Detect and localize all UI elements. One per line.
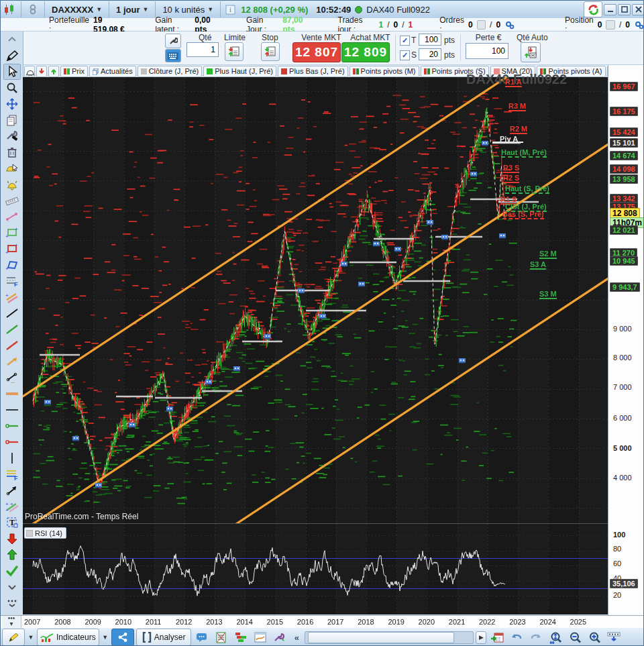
scroll-down-tool[interactable] (3, 579, 21, 595)
indicator-chip-1[interactable]: Actualités (89, 66, 136, 77)
line-black-tool[interactable] (3, 305, 21, 321)
segment-pink-tool[interactable]: ... (3, 209, 21, 225)
close-button[interactable] (632, 4, 644, 15)
hline-black-tool[interactable] (3, 402, 21, 418)
order-settings-button[interactable] (165, 34, 181, 48)
hline-red-tool[interactable] (3, 434, 21, 450)
indicator-chip-5[interactable]: Points pivots (M) (350, 66, 419, 77)
trash-tool[interactable] (3, 144, 21, 160)
rect-green-tool[interactable]: ++ (3, 225, 21, 241)
auto-qty-button[interactable] (521, 42, 541, 62)
fib-lines-tool[interactable]: F (3, 273, 21, 289)
line-green-tool[interactable] (3, 321, 21, 337)
target-input[interactable] (419, 34, 441, 46)
buy-market-button[interactable]: 12 809 (341, 42, 390, 62)
stop-order-button[interactable] (261, 42, 280, 61)
indicator-chip-2[interactable]: Clôture (J, Pré) (138, 66, 203, 77)
analyser-button[interactable]: Analyser (136, 629, 192, 646)
pencil-tool[interactable] (3, 48, 21, 64)
position-settings-icon[interactable] (634, 20, 644, 30)
price-scale[interactable]: 16 96716 17515 42415 10114 67414 09813 9… (608, 65, 644, 615)
fib-retracement-tool[interactable]: F (3, 466, 21, 482)
timeframe-selector[interactable]: 1 jour▼ (112, 5, 152, 15)
target-checkbox[interactable]: ✓ (400, 36, 410, 46)
orders-settings-icon[interactable] (504, 20, 515, 30)
indicators-button[interactable]: Indicateurs (37, 629, 99, 646)
zoom-range-icon[interactable] (547, 629, 564, 645)
comments-icon[interactable] (193, 629, 211, 645)
detach-panel-icon[interactable] (605, 629, 623, 645)
axis-options-button[interactable]: •••▾ (2, 616, 21, 628)
arrow-orange-tool[interactable] (3, 354, 21, 370)
arrow-up-green-tool[interactable] (3, 547, 21, 563)
collapse-left-icon[interactable]: « (290, 629, 303, 645)
tools-tool[interactable] (3, 128, 21, 144)
arrow-ne-tool[interactable] (3, 482, 21, 498)
vline-tool[interactable] (3, 450, 21, 466)
rsi-chart-canvas[interactable] (23, 524, 608, 614)
check-green-tool[interactable] (3, 563, 21, 579)
redo-icon[interactable] (527, 629, 545, 645)
sell-arrow-icon[interactable] (36, 66, 47, 77)
symbol-selector[interactable]: DAXXXXX▼ (48, 5, 106, 15)
indicators-menu-chevron[interactable]: ▼ (101, 629, 109, 645)
scrollbar-thumb[interactable] (308, 632, 454, 643)
goto-date-icon[interactable] (488, 629, 506, 645)
stoploss-input[interactable] (419, 48, 441, 60)
segment-dots-tool[interactable]: ... (3, 370, 21, 386)
undo-icon[interactable] (508, 629, 525, 645)
minimize-button[interactable] (604, 4, 616, 15)
zoom-out-icon[interactable] (566, 629, 584, 645)
rsi-indicator-chip[interactable]: RSI (14) (24, 527, 66, 539)
channel-plus-tool[interactable]: +++ (3, 498, 21, 515)
news-icon[interactable] (213, 629, 230, 645)
copy-tool[interactable] (3, 112, 21, 128)
maximize-button[interactable] (618, 4, 631, 15)
chart-window-icon[interactable] (252, 629, 269, 645)
more-tools-tool[interactable] (3, 595, 21, 611)
rect-red-tool[interactable]: ++ (3, 241, 21, 257)
candlestick-icon[interactable] (1, 1, 18, 17)
qty-input[interactable] (186, 42, 219, 57)
scroll-up-tool[interactable] (3, 32, 21, 48)
channel-diag-tool[interactable]: + (3, 289, 21, 305)
magnifier-tool[interactable] (3, 80, 21, 96)
max-loss-input[interactable] (466, 43, 508, 59)
pointer-tool[interactable] (3, 64, 21, 80)
draw-menu-chevron[interactable]: ▼ (27, 629, 35, 645)
horizontal-scrollbar[interactable] (305, 631, 474, 644)
indicator-chip-0[interactable]: Prix (60, 66, 88, 77)
backtest-icon[interactable] (271, 629, 288, 645)
pane-divider[interactable] (23, 523, 608, 524)
hline-green-tool[interactable] (3, 418, 21, 434)
units-selector[interactable]: 10 k unités▼ (158, 5, 217, 15)
ruler-tool[interactable] (3, 193, 21, 209)
keyboard-order-button[interactable] (165, 49, 181, 62)
sell-market-button[interactable]: 12 807 (292, 42, 341, 62)
alert-bell-tool[interactable] (3, 176, 21, 193)
draw-button[interactable] (2, 629, 25, 646)
arrow-down-red-tool[interactable] (3, 531, 21, 547)
stoploss-checkbox[interactable]: ✓ (400, 50, 410, 60)
buy-arrow-icon[interactable] (48, 66, 59, 77)
cancel-orders-button[interactable] (477, 20, 486, 30)
quad-blue-tool[interactable]: + (3, 257, 21, 273)
info-icon[interactable]: i (223, 1, 237, 17)
price-alert-icon[interactable] (24, 66, 35, 77)
line-red-tool[interactable] (3, 337, 21, 354)
share-button[interactable] (111, 629, 134, 646)
market-depth-icon[interactable] (232, 629, 250, 645)
indicator-chip-4[interactable]: Plus Bas (J, Pré) (278, 66, 348, 77)
indicator-chip-3[interactable]: Plus Haut (J, Pré) (203, 66, 276, 77)
move-tool[interactable] (3, 96, 21, 112)
close-position-button[interactable] (606, 20, 615, 30)
price-chart-canvas[interactable] (23, 77, 608, 523)
alert-pointer-tool[interactable] (3, 160, 21, 176)
time-axis[interactable]: •••▾ 20072008200920102011201220132014201… (1, 615, 644, 629)
zoom-in-icon[interactable] (586, 629, 603, 645)
scroll-right-button[interactable]: ▶ (476, 631, 486, 644)
text-tool-tool[interactable]: T (3, 515, 21, 531)
link-windows-icon[interactable] (24, 1, 42, 17)
limit-order-button[interactable] (225, 42, 244, 61)
hline-orange-tool[interactable] (3, 386, 21, 402)
